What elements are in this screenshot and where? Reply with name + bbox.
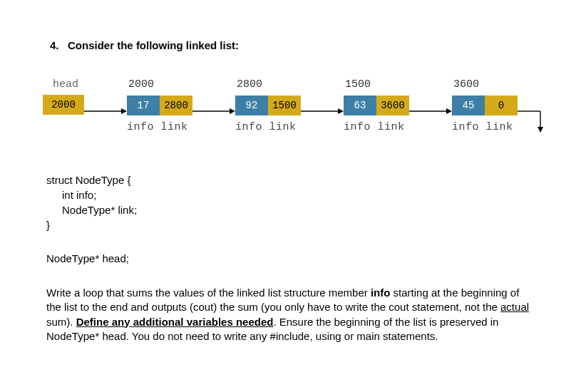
struct-line4: } bbox=[46, 219, 50, 231]
node-address: 2000 bbox=[127, 78, 192, 96]
field-labels: info link bbox=[344, 121, 409, 133]
field-labels: info link bbox=[235, 121, 301, 133]
svg-marker-5 bbox=[338, 108, 344, 114]
node-address: 3600 bbox=[452, 78, 518, 96]
node-1: 2800 92 1500 info link bbox=[235, 78, 301, 133]
head-declaration: NodeType* head; bbox=[46, 252, 535, 264]
head-value-box: 2000 bbox=[43, 95, 84, 115]
svg-marker-3 bbox=[230, 108, 235, 114]
struct-line1: struct NodeType { bbox=[46, 174, 130, 186]
node-info-cell: 92 bbox=[235, 96, 268, 115]
prompt-text: sum). bbox=[46, 316, 76, 328]
struct-line2: int info; bbox=[46, 187, 535, 202]
node-info-cell: 17 bbox=[127, 96, 160, 115]
arrow-icon bbox=[301, 105, 344, 117]
struct-line3: NodeType* link; bbox=[46, 202, 535, 217]
prompt-bold-underline-define: Define any additional variables needed bbox=[76, 316, 274, 328]
prompt-underline-actual: actual bbox=[500, 301, 529, 313]
linked-list-diagram: head 2000 2000 17 2800 info link 2800 92… bbox=[46, 78, 535, 157]
question-prompt: Write a loop that sums the values of the… bbox=[46, 286, 535, 344]
prompt-text: Write a loop that sums the values of the… bbox=[46, 287, 371, 299]
node-address: 2800 bbox=[235, 78, 301, 96]
prompt-bold-info: info bbox=[371, 287, 391, 299]
node-info-cell: 63 bbox=[344, 96, 376, 115]
struct-definition: struct NodeType { int info; NodeType* li… bbox=[46, 172, 535, 232]
arrow-icon bbox=[84, 105, 127, 117]
node-link-cell: 1500 bbox=[268, 96, 301, 115]
node-link-cell: 3600 bbox=[376, 96, 409, 115]
field-labels: info link bbox=[452, 121, 518, 133]
node-address: 1500 bbox=[344, 78, 409, 96]
node-info-cell: 45 bbox=[452, 96, 485, 115]
node-2: 1500 63 3600 info link bbox=[344, 78, 409, 133]
arrow-icon bbox=[192, 105, 235, 117]
arrow-icon bbox=[409, 105, 452, 117]
field-labels: info link bbox=[127, 121, 192, 133]
svg-marker-7 bbox=[446, 108, 452, 114]
head-pointer-group: head 2000 bbox=[43, 78, 88, 115]
question-title: Consider the following linked list: bbox=[68, 39, 239, 51]
question-heading: 4. Consider the following linked list: bbox=[46, 39, 535, 51]
head-label: head bbox=[43, 78, 88, 91]
question-number: 4. bbox=[50, 39, 59, 51]
svg-marker-10 bbox=[538, 127, 543, 133]
node-link-cell: 2800 bbox=[160, 96, 192, 115]
node-link-cell: 0 bbox=[485, 96, 518, 115]
node-3: 3600 45 0 info link bbox=[452, 78, 518, 133]
null-arrow-icon bbox=[518, 105, 549, 134]
svg-marker-1 bbox=[121, 108, 127, 114]
node-0: 2000 17 2800 info link bbox=[127, 78, 192, 133]
